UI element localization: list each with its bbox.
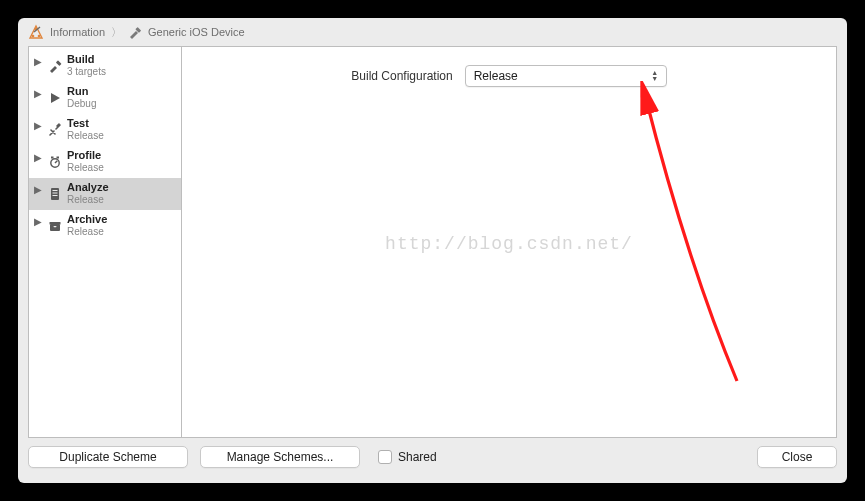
sidebar-item-analyze[interactable]: ▶ Analyze Release xyxy=(29,178,181,210)
svg-point-1 xyxy=(38,35,41,38)
app-icon xyxy=(28,24,44,40)
sidebar-item-text: Test Release xyxy=(67,117,104,141)
svg-rect-9 xyxy=(53,190,58,191)
main-panel: Build Configuration Release ▲▼ http://bl… xyxy=(182,47,836,437)
sidebar-item-text: Build 3 targets xyxy=(67,53,106,77)
svg-point-0 xyxy=(32,35,35,38)
run-icon xyxy=(47,85,63,111)
breadcrumb: Information 〉 Generic iOS Device xyxy=(18,18,847,46)
content-pane: ▶ Build 3 targets ▶ Run Debug xyxy=(28,46,837,438)
sidebar-item-label: Archive xyxy=(67,213,107,226)
build-icon xyxy=(47,53,63,79)
svg-rect-8 xyxy=(51,188,59,200)
disclosure-triangle-icon[interactable]: ▶ xyxy=(33,149,43,165)
build-config-row: Build Configuration Release ▲▼ xyxy=(182,65,836,87)
sidebar-item-sub: Debug xyxy=(67,98,96,110)
scheme-editor-window: Information 〉 Generic iOS Device ▶ Build… xyxy=(18,18,847,483)
disclosure-triangle-icon[interactable]: ▶ xyxy=(33,213,43,229)
build-config-select[interactable]: Release ▲▼ xyxy=(465,65,667,87)
sidebar-item-text: Archive Release xyxy=(67,213,107,237)
analyze-icon xyxy=(47,181,63,207)
disclosure-triangle-icon[interactable]: ▶ xyxy=(33,181,43,197)
build-config-label: Build Configuration xyxy=(351,69,452,83)
sidebar-item-run[interactable]: ▶ Run Debug xyxy=(29,82,181,114)
sidebar-item-label: Run xyxy=(67,85,96,98)
shared-checkbox-wrap[interactable]: Shared xyxy=(378,450,437,464)
hammer-icon xyxy=(128,25,142,39)
sidebar-item-test[interactable]: ▶ Test Release xyxy=(29,114,181,146)
sidebar-item-sub: Release xyxy=(67,226,107,238)
profile-icon xyxy=(47,149,63,175)
svg-rect-11 xyxy=(53,195,58,196)
close-button[interactable]: Close xyxy=(757,446,837,468)
scheme-action-sidebar: ▶ Build 3 targets ▶ Run Debug xyxy=(29,47,182,437)
svg-rect-10 xyxy=(53,193,58,194)
watermark-text: http://blog.csdn.net/ xyxy=(385,234,633,254)
disclosure-triangle-icon[interactable]: ▶ xyxy=(33,85,43,101)
sidebar-item-profile[interactable]: ▶ Profile Release xyxy=(29,146,181,178)
shared-checkbox[interactable] xyxy=(378,450,392,464)
build-config-value: Release xyxy=(474,69,518,83)
footer-toolbar: Duplicate Scheme Manage Schemes... Share… xyxy=(18,438,847,478)
manage-schemes-button[interactable]: Manage Schemes... xyxy=(200,446,360,468)
annotation-arrow-icon xyxy=(627,81,767,401)
chevron-right-icon: 〉 xyxy=(111,25,122,40)
svg-rect-14 xyxy=(54,226,57,227)
sidebar-item-text: Profile Release xyxy=(67,149,104,173)
sidebar-item-label: Build xyxy=(67,53,106,66)
disclosure-triangle-icon[interactable]: ▶ xyxy=(33,117,43,133)
archive-icon xyxy=(47,213,63,239)
svg-rect-6 xyxy=(51,157,54,159)
sidebar-item-sub: Release xyxy=(67,194,109,206)
sidebar-item-label: Test xyxy=(67,117,104,130)
sidebar-item-text: Analyze Release xyxy=(67,181,109,205)
sidebar-item-text: Run Debug xyxy=(67,85,96,109)
sidebar-item-label: Analyze xyxy=(67,181,109,194)
sidebar-item-sub: Release xyxy=(67,162,104,174)
breadcrumb-target[interactable]: Generic iOS Device xyxy=(148,26,245,38)
sidebar-item-build[interactable]: ▶ Build 3 targets xyxy=(29,50,181,82)
sidebar-item-label: Profile xyxy=(67,149,104,162)
test-icon xyxy=(47,117,63,143)
svg-rect-7 xyxy=(57,157,60,159)
breadcrumb-project[interactable]: Information xyxy=(50,26,105,38)
sidebar-item-archive[interactable]: ▶ Archive Release xyxy=(29,210,181,242)
sidebar-item-sub: 3 targets xyxy=(67,66,106,78)
disclosure-triangle-icon[interactable]: ▶ xyxy=(33,53,43,69)
svg-rect-13 xyxy=(50,222,61,225)
svg-rect-4 xyxy=(56,60,62,66)
duplicate-scheme-button[interactable]: Duplicate Scheme xyxy=(28,446,188,468)
updown-arrows-icon: ▲▼ xyxy=(648,70,662,82)
svg-rect-12 xyxy=(50,224,60,231)
shared-label: Shared xyxy=(398,450,437,464)
sidebar-item-sub: Release xyxy=(67,130,104,142)
